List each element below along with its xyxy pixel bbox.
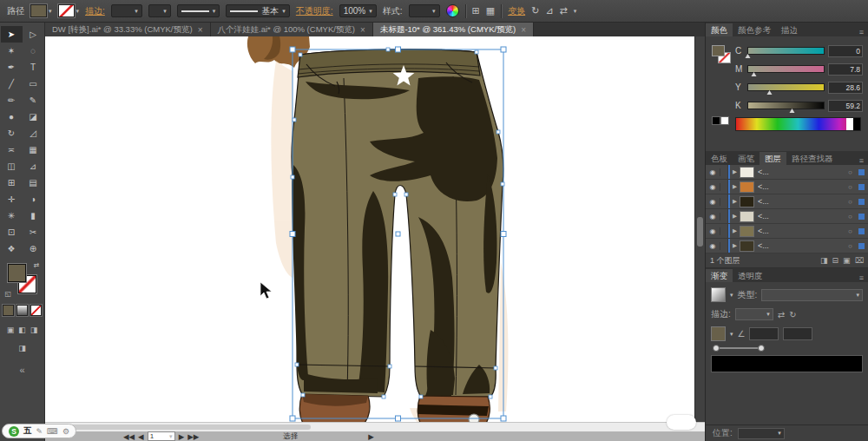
new-sublayer-icon[interactable]: ⊟: [832, 256, 839, 265]
tab-pathfinder[interactable]: 路径查找器: [786, 152, 838, 165]
tool-rotate[interactable]: ↻: [1, 125, 23, 142]
selection-chip[interactable]: [858, 199, 865, 205]
gradient-aspect-field[interactable]: [783, 327, 812, 340]
layer-row[interactable]: ◉ ▶ <... ○: [706, 194, 868, 209]
tab-swatches[interactable]: 色板: [706, 152, 733, 165]
gradient-button[interactable]: [16, 305, 28, 316]
lock-cell[interactable]: [720, 165, 728, 179]
tab-color-guide[interactable]: 颜色参考: [733, 23, 776, 36]
next-artboard-icon[interactable]: ▶: [179, 432, 185, 441]
last-artboard-icon[interactable]: ▶▶: [187, 432, 199, 441]
cyan-value-field[interactable]: 0: [828, 45, 863, 57]
slider-handle[interactable]: [767, 90, 773, 95]
tab-brushes[interactable]: 画笔: [733, 152, 760, 165]
target-icon[interactable]: ○: [848, 242, 858, 250]
stroke-panel-link[interactable]: 描边:: [85, 5, 105, 17]
tool-blob-brush[interactable]: ●: [1, 109, 23, 125]
recolor-artwork-icon[interactable]: [446, 4, 459, 17]
gradient-mini-slider[interactable]: [714, 347, 763, 349]
expand-icon[interactable]: ▶: [730, 198, 740, 205]
tool-eyedropper[interactable]: ✛: [1, 191, 23, 207]
expand-icon[interactable]: ▶: [730, 183, 740, 190]
style-dropdown[interactable]: ▾: [409, 4, 440, 17]
close-icon[interactable]: ×: [198, 25, 203, 35]
opacity-panel-link[interactable]: 不透明度:: [296, 5, 333, 17]
tool-magic-wand[interactable]: ✶: [1, 43, 23, 59]
white-swatch[interactable]: [720, 116, 729, 125]
flip-icon[interactable]: ⇄: [560, 5, 568, 16]
status-menu-arrow-icon[interactable]: ▶: [368, 432, 374, 441]
draw-normal-icon[interactable]: ▣: [7, 326, 15, 334]
selection-chip[interactable]: [858, 169, 865, 175]
gradient-type-dropdown[interactable]: ▾: [761, 289, 863, 301]
tool-width[interactable]: ≍: [1, 142, 23, 158]
color-button[interactable]: [3, 305, 14, 316]
artboard-canvas[interactable]: [45, 36, 694, 422]
gradient-preview-swatch[interactable]: [711, 287, 726, 302]
target-icon[interactable]: ○: [848, 213, 858, 220]
rotate-icon[interactable]: ↻: [531, 5, 539, 16]
tab-color[interactable]: 颜色: [706, 23, 733, 36]
opacity-field[interactable]: 100% ▾: [339, 4, 377, 17]
lock-cell[interactable]: [720, 194, 728, 208]
new-layer-icon[interactable]: ▣: [843, 256, 851, 265]
screen-mode-icon[interactable]: ◨: [18, 344, 26, 352]
fill-color-dropdown[interactable]: ▾: [30, 4, 52, 17]
expand-icon[interactable]: ▶: [730, 227, 740, 234]
target-icon[interactable]: ○: [848, 227, 858, 235]
tool-scale[interactable]: ◿: [23, 125, 44, 142]
selection-chip[interactable]: [858, 228, 865, 234]
visibility-eye-icon[interactable]: ◉: [706, 198, 720, 206]
visibility-eye-icon[interactable]: ◉: [706, 168, 720, 176]
shoes[interactable]: [299, 394, 490, 422]
close-icon[interactable]: ×: [360, 25, 365, 35]
tool-zoom[interactable]: ⊕: [23, 240, 44, 257]
layer-row[interactable]: ◉ ▶ <... ○: [706, 224, 868, 239]
slider-handle[interactable]: [790, 109, 795, 113]
first-artboard-icon[interactable]: ◀◀: [123, 432, 135, 441]
color-spectrum-ramp[interactable]: [735, 117, 861, 131]
gradient-ramp[interactable]: [711, 355, 863, 372]
expand-icon[interactable]: ▶: [730, 168, 740, 175]
magenta-value-field[interactable]: 7.8: [828, 63, 863, 76]
lock-cell[interactable]: [720, 224, 728, 238]
draw-behind-icon[interactable]: ◧: [18, 326, 26, 334]
tool-hand[interactable]: ❖: [1, 240, 23, 257]
tab-dw[interactable]: DW [转换].ai* @ 33.33% (CMYK/预览) ×: [45, 23, 211, 36]
tool-artboard[interactable]: ⊡: [1, 224, 23, 240]
reverse-gradient-icon[interactable]: ⇄: [778, 310, 785, 319]
slider-handle[interactable]: [751, 72, 756, 76]
default-fill-stroke-icon[interactable]: ◱: [5, 290, 12, 298]
tool-shape-builder[interactable]: ◫: [1, 158, 23, 174]
fill-color-swatch[interactable]: [30, 4, 47, 17]
gradient-stop[interactable]: [713, 345, 720, 352]
layer-row[interactable]: ◉ ▶ <... ○: [706, 209, 868, 224]
vertical-scrollbar[interactable]: [694, 36, 705, 422]
align-icon[interactable]: ⊞: [472, 5, 480, 16]
chevron-down-icon[interactable]: ▾: [574, 8, 577, 15]
lock-cell[interactable]: [720, 209, 728, 223]
chevron-down-icon[interactable]: ▾: [730, 331, 733, 338]
fill-indicator[interactable]: [8, 264, 26, 282]
width-profile-dropdown[interactable]: ▾: [177, 4, 220, 17]
delete-layer-icon[interactable]: ⌧: [855, 256, 864, 265]
stroke-width-dropdown[interactable]: ▾: [111, 4, 142, 17]
tool-direct-selection[interactable]: ▷: [23, 26, 44, 43]
black-ramp-end[interactable]: [853, 118, 860, 130]
tool-lasso[interactable]: ◌: [23, 43, 44, 59]
visibility-eye-icon[interactable]: ◉: [706, 213, 720, 220]
tab-transparency[interactable]: 透明度: [733, 269, 768, 282]
tool-type[interactable]: T: [23, 59, 44, 76]
tool-free-transform[interactable]: ▦: [23, 142, 44, 158]
stroke-color-dropdown[interactable]: ▾: [58, 4, 80, 17]
ime-settings-icon[interactable]: ⚙: [62, 427, 69, 436]
transform-panel-link[interactable]: 变换: [508, 5, 525, 17]
gradient-angle-field[interactable]: [749, 327, 779, 340]
pants-artwork[interactable]: [292, 49, 503, 397]
rotate-gradient-icon[interactable]: ↻: [789, 310, 796, 319]
distribute-icon[interactable]: ▦: [486, 5, 495, 16]
stroke-color-swatch[interactable]: [58, 4, 75, 17]
yellow-value-field[interactable]: 28.6: [828, 82, 863, 94]
layer-row[interactable]: ◉ ▶ <... ○: [706, 165, 868, 180]
selection-chip[interactable]: [858, 243, 865, 249]
